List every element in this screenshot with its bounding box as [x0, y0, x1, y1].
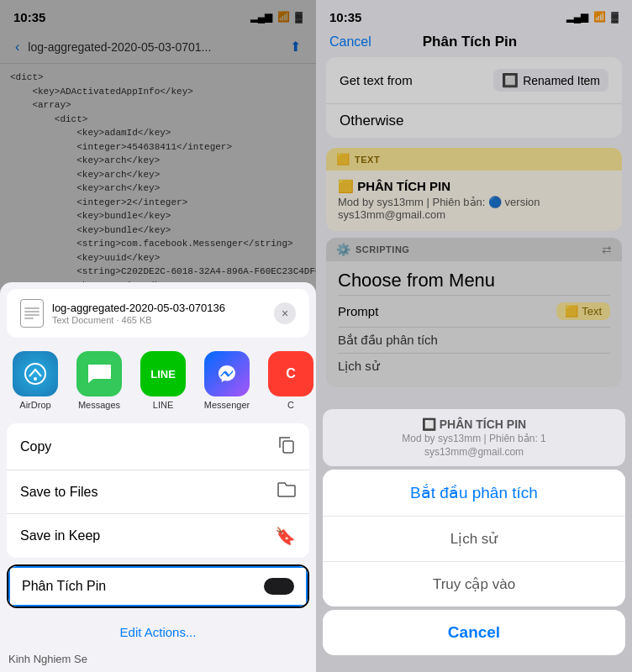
file-icon: [20, 299, 44, 328]
file-meta: Text Document · 465 KB: [52, 315, 266, 325]
svg-point-1: [34, 377, 37, 381]
save-files-action-row[interactable]: Save to Files: [7, 470, 309, 514]
messenger-icon: [204, 351, 250, 396]
shortcut-info-email: sys13mm@gmail.com: [334, 446, 614, 458]
phan-tich-pin-label: Phân Tích Pin: [22, 579, 254, 594]
save-files-label: Save to Files: [20, 485, 267, 500]
line-icon: LINE: [140, 351, 186, 396]
extra-app-icon-item[interactable]: C C: [266, 351, 316, 410]
airdrop-icon-item[interactable]: AirDrop: [10, 351, 61, 410]
watermark-text: Kinh Nghiem Se: [8, 653, 87, 665]
shortcut-info-meta: Mod by sys13mm | Phiên bản: 1: [334, 433, 614, 444]
messenger-label: Messenger: [204, 400, 250, 410]
right-panel: 10:35 ▂▄▆ 📶 ▓ Cancel Phân Tích Pin Get t…: [316, 0, 632, 672]
line-icon-item[interactable]: LINE LINE: [138, 351, 188, 410]
watermark-bar: Kinh Nghiem Se: [0, 649, 316, 672]
extra-app-label: C: [287, 400, 294, 410]
save-files-icon: [277, 482, 296, 501]
phan-tich-pin-row[interactable]: Phân Tích Pin: [8, 566, 308, 606]
bottom-sheet-overlay: 🔲 PHÂN TÍCH PIN Mod by sys13mm | Phiên b…: [316, 0, 632, 672]
lich-su-button[interactable]: Lịch sử: [323, 517, 625, 562]
copy-action-label: Copy: [20, 439, 267, 454]
bat-dau-phan-tich-button[interactable]: Bắt đầu phân tích: [323, 470, 625, 517]
action-list: Copy Save to Files: [7, 423, 309, 558]
left-panel: 10:35 ▂▄▆ 📶 ▓ ‹ log-aggregated-2020-05-0…: [0, 0, 316, 672]
shortcut-info-card: 🔲 PHÂN TÍCH PIN Mod by sys13mm | Phiên b…: [323, 409, 625, 466]
save-keep-label: Save in Keep: [20, 528, 265, 543]
selected-action-row[interactable]: Phân Tích Pin: [7, 564, 309, 608]
file-details: log-aggregated-2020-05-03-070136 Text Do…: [52, 302, 266, 325]
cancel-sheet-button[interactable]: Cancel: [323, 610, 625, 655]
messages-label: Messages: [78, 400, 120, 410]
sheet-actions: Bắt đầu phân tích Lịch sử Truy cập vào: [323, 470, 625, 606]
share-file-info: log-aggregated-2020-05-03-070136 Text Do…: [7, 289, 309, 338]
bottom-sheet: 🔲 PHÂN TÍCH PIN Mod by sys13mm | Phiên b…: [316, 409, 632, 672]
share-sheet: log-aggregated-2020-05-03-070136 Text Do…: [0, 282, 316, 672]
edit-actions-button[interactable]: Edit Actions...: [0, 615, 316, 649]
line-label: LINE: [153, 400, 173, 410]
shortcut-info-name: 🔲 PHÂN TÍCH PIN: [334, 417, 614, 431]
messenger-icon-item[interactable]: Messenger: [202, 351, 252, 410]
airdrop-label: AirDrop: [19, 400, 50, 410]
save-keep-icon: 🔖: [275, 526, 296, 546]
copy-icon: [277, 435, 296, 458]
save-keep-action-row[interactable]: Save in Keep 🔖: [7, 514, 309, 558]
close-share-button[interactable]: ×: [274, 302, 296, 324]
extra-app-icon: C: [268, 351, 313, 396]
airdrop-icon: [13, 351, 58, 396]
truy-cap-vao-button[interactable]: Truy cập vào: [323, 562, 625, 606]
svg-rect-2: [283, 441, 293, 453]
app-icons-row: AirDrop Messages LINE LINE: [0, 338, 316, 417]
share-sheet-overlay: log-aggregated-2020-05-03-070136 Text Do…: [0, 0, 316, 672]
file-name: log-aggregated-2020-05-03-070136: [52, 302, 266, 314]
messages-icon-item[interactable]: Messages: [74, 351, 124, 410]
svg-point-0: [25, 364, 45, 384]
copy-action-row[interactable]: Copy: [7, 423, 309, 470]
messages-icon: [76, 351, 122, 396]
black-pill-icon: [264, 578, 294, 595]
